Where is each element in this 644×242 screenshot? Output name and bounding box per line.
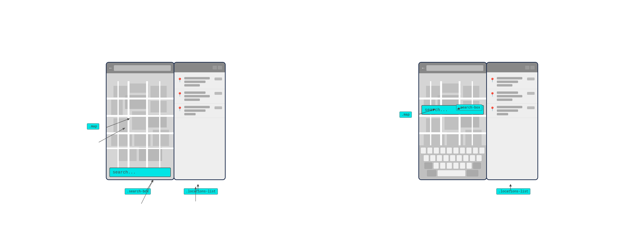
pin-icon-1-right: 📍: [490, 78, 495, 83]
search-box-label-right: .search-box: [456, 104, 482, 110]
pin-icon-3-left: 📍: [177, 106, 182, 112]
kb-key[interactable]: [434, 147, 439, 154]
kb-key[interactable]: [453, 147, 459, 154]
svg-rect-3: [150, 86, 167, 98]
diagram-left: ←: [106, 62, 226, 180]
list-tag-2-right: [527, 92, 534, 95]
kb-key-space[interactable]: [437, 170, 466, 176]
kb-key[interactable]: [460, 162, 466, 169]
kb-key[interactable]: [460, 147, 466, 154]
kb-key[interactable]: [463, 155, 469, 162]
kb-key[interactable]: [420, 147, 426, 154]
locations-list-label-left: .locations-list: [184, 188, 218, 194]
kb-key[interactable]: [446, 162, 452, 169]
kb-key-shift[interactable]: [424, 162, 432, 169]
icon-box-2-left: [218, 66, 222, 70]
kb-key[interactable]: [456, 155, 462, 162]
top-bar-content-right: [426, 65, 483, 71]
kb-key[interactable]: [479, 147, 485, 154]
phones-row-left: ←: [106, 62, 226, 180]
svg-rect-11: [134, 132, 151, 146]
svg-rect-40: [447, 132, 463, 146]
kb-key[interactable]: [470, 155, 475, 162]
top-bar-icons-right: [525, 66, 534, 70]
svg-rect-7: [114, 118, 130, 132]
phone-side-left: 📍 📍: [174, 62, 226, 180]
list-lines-2-left: [184, 92, 212, 101]
kb-key[interactable]: [423, 155, 429, 162]
kb-key[interactable]: [436, 155, 442, 162]
phone-main-left: ←: [106, 62, 174, 180]
svg-rect-36: [426, 118, 442, 132]
list-item-2-right: 📍: [487, 89, 538, 104]
locations-list-left: 📍 📍: [174, 72, 225, 179]
phones-row-right: ←: [418, 62, 538, 180]
kb-key[interactable]: [427, 147, 433, 154]
kb-row-2: [420, 155, 485, 162]
line-r2a: [497, 92, 518, 94]
line-1b-left: [184, 80, 206, 83]
keyboard-right: [419, 145, 486, 179]
list-item-1-left: 📍: [174, 75, 225, 89]
kb-key[interactable]: [473, 147, 478, 154]
map-label-left: .map: [87, 123, 99, 130]
map-label-right: .map: [400, 112, 412, 118]
line-1a-left: [184, 77, 210, 80]
search-input-left[interactable]: search...: [110, 168, 171, 177]
list-item-3-left: 📍: [174, 104, 225, 118]
canvas: ←: [0, 0, 644, 242]
top-bar-side-right: [487, 63, 538, 72]
line-r2c: [497, 98, 512, 101]
pin-icon-3-right: 📍: [490, 106, 495, 112]
kb-key-return[interactable]: [466, 170, 478, 176]
list-tag-1-right: [527, 78, 534, 80]
kb-row-3: [420, 162, 485, 169]
kb-key[interactable]: [466, 147, 472, 154]
list-lines-1-right: [497, 77, 525, 86]
svg-rect-31: [442, 84, 461, 93]
list-item-3-right: 📍: [487, 104, 538, 118]
kb-key[interactable]: [440, 147, 446, 154]
kb-key[interactable]: [453, 162, 459, 169]
top-bar-left: ←: [106, 63, 174, 73]
locations-list-right: 📍 📍: [487, 72, 538, 179]
kb-key[interactable]: [466, 162, 472, 169]
phone-side-right: 📍 📍: [486, 62, 538, 180]
line-r3a: [497, 106, 522, 108]
pin-icon-2-right: 📍: [490, 92, 495, 97]
top-bar-content-left: [114, 65, 171, 71]
line-r3b: [497, 110, 518, 112]
svg-rect-2: [130, 84, 148, 93]
line-1c-left: [184, 84, 200, 86]
list-lines-3-left: [184, 106, 212, 115]
icon-box-1-left: [212, 66, 217, 70]
svg-rect-8: [132, 111, 146, 130]
map-area-left: search...: [106, 73, 174, 179]
list-tag-3-left: [214, 106, 222, 109]
locations-list-label-right: .locations-list: [496, 188, 530, 194]
list-lines-3-right: [497, 106, 525, 115]
kb-key[interactable]: [443, 155, 449, 162]
line-r1b: [497, 80, 518, 83]
svg-rect-14: [139, 147, 162, 161]
line-3c-left: [184, 113, 196, 115]
line-2a-left: [184, 92, 206, 94]
icon-box-1-right: [525, 66, 530, 70]
list-tag-1-left: [214, 78, 222, 80]
kb-key[interactable]: [440, 162, 446, 169]
list-item-2-left: 📍: [174, 89, 225, 104]
svg-rect-4: [111, 100, 123, 116]
back-arrow-left: ←: [110, 66, 112, 70]
line-3a-left: [184, 106, 210, 108]
kb-key[interactable]: [476, 155, 482, 162]
kb-key[interactable]: [446, 147, 452, 154]
kb-key[interactable]: [430, 155, 436, 162]
kb-key-delete[interactable]: [473, 162, 481, 169]
line-r2b: [497, 95, 522, 97]
kb-key[interactable]: [450, 155, 456, 162]
kb-key-num[interactable]: [427, 170, 436, 176]
icon-box-2-right: [530, 66, 534, 70]
svg-rect-32: [463, 86, 479, 98]
search-box-left[interactable]: search...: [106, 165, 174, 179]
kb-key[interactable]: [433, 162, 439, 169]
